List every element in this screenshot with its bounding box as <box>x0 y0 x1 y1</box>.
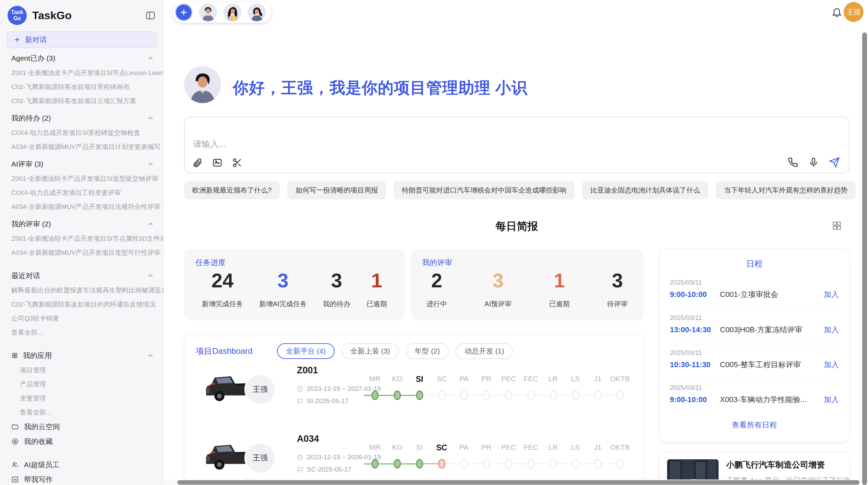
mic-icon[interactable] <box>808 157 819 167</box>
suggestion-chip[interactable]: 比亚迪全固态电池计划具体说了什么 <box>582 181 708 199</box>
milestone-node[interactable] <box>416 390 423 400</box>
milestone-node[interactable] <box>527 390 534 400</box>
milestone-node[interactable] <box>572 390 579 400</box>
view-all-schedule-link[interactable]: 查看所有日程 <box>660 420 849 430</box>
chevron-up-icon[interactable] <box>147 54 154 62</box>
milestone-node[interactable] <box>505 459 512 469</box>
join-link[interactable]: 加入 <box>824 325 839 335</box>
suggestion-chip[interactable]: 欧洲新规最近颁布了什么? <box>184 181 280 199</box>
group-title: 我的待办 (2) <box>11 113 51 123</box>
milestone-node[interactable] <box>616 390 624 400</box>
milestone-node[interactable] <box>394 459 401 469</box>
milestone-node[interactable] <box>527 459 534 469</box>
sidebar-group-ai-review[interactable]: AI评审 (3) <box>0 157 163 172</box>
milestone-node[interactable] <box>550 390 557 400</box>
sidebar-task-item[interactable]: C0X4-动力总成开发项目SI里程碑提交物检查 <box>0 126 163 140</box>
bell-icon[interactable] <box>831 7 842 18</box>
milestone-node[interactable] <box>394 390 401 400</box>
chevron-up-icon[interactable] <box>147 352 154 359</box>
avatar[interactable] <box>199 3 217 21</box>
users-icon <box>11 461 19 469</box>
horizontal-scrollbar-thumb[interactable] <box>177 480 859 485</box>
project-row-a034[interactable]: 王强 A034 2023-12-19 ~ 2026-01-19 SC-2025-… <box>184 423 643 485</box>
sidebar-task-item[interactable]: C0X4-动力总成开发项目工程变更评审 <box>0 186 163 200</box>
sidebar-task-item[interactable]: A034-全新新能源MUV产品开发项目造型可行性评审 <box>0 246 163 260</box>
phone-icon[interactable] <box>788 157 798 167</box>
join-link[interactable]: 加入 <box>824 360 839 370</box>
app-item-project-management[interactable]: 项目管理 <box>0 363 163 377</box>
scissors-icon[interactable] <box>232 158 242 168</box>
milestone-node[interactable] <box>572 459 579 469</box>
milestone-node[interactable] <box>483 390 490 400</box>
milestone-node[interactable] <box>505 390 512 400</box>
recent-chat-item[interactable]: 解释最新出台的欧盟报废车法规再生塑料比例被调至15%... <box>0 283 163 297</box>
user-avatar[interactable]: 王强 <box>844 2 864 22</box>
sidebar-task-item[interactable]: C02-飞腾新能源轻客改款项目里程碑画布 <box>0 80 163 94</box>
app-item-view-all[interactable]: 查看全部... <box>0 405 163 419</box>
schedule-item: 2025/03/11 9:00-10:00 C001-立项审批会 加入 <box>670 274 839 309</box>
sidebar-group-agent-done[interactable]: Agent已办 (3) <box>0 51 163 66</box>
sidebar-task-item[interactable]: A034-全新新能源MUV产品开发项目计划变更表编写 <box>0 140 163 154</box>
sidebar-task-item[interactable]: Z001-全新燃油皮卡产品开发项目SI节点Lesson Learn报告 <box>0 66 163 80</box>
milestone-node[interactable] <box>416 459 423 469</box>
suggestion-chip[interactable]: 特朗普可能对进口汽车增税会对中国车企造成哪些影响 <box>394 181 575 199</box>
milestone-node[interactable] <box>483 459 490 469</box>
schedule-date: 2025/03/11 <box>670 279 839 286</box>
join-link[interactable]: 加入 <box>824 289 839 300</box>
chevron-up-icon[interactable] <box>147 114 154 122</box>
vertical-scrollbar-thumb[interactable] <box>862 33 867 485</box>
flag-icon <box>297 398 303 405</box>
milestone-node[interactable] <box>460 390 468 400</box>
project-row-z001[interactable]: 王强 Z001 2023-12-19 ~ 2027-01-19 SI-2025-… <box>184 355 643 423</box>
milestone-node[interactable] <box>594 390 601 400</box>
sidebar-task-item[interactable]: C02-飞腾新能源轻客改款项目立项汇报方案 <box>0 94 163 108</box>
avatar[interactable] <box>224 3 241 21</box>
sidebar-task-item[interactable]: Z001-全新燃油轻卡产品开发项目SI造型提交物评审 <box>0 172 163 186</box>
group-title: 我的应用 <box>23 351 52 360</box>
send-icon[interactable] <box>829 157 840 168</box>
sidebar-item-label: 帮我写作 <box>24 475 53 484</box>
milestone-node[interactable] <box>616 459 624 469</box>
sidebar-task-item[interactable]: A034-全新新能源MUV产品开发项目法规符合性评审 <box>0 200 163 214</box>
sidebar-group-recent[interactable]: 最近对话 <box>0 268 163 283</box>
new-chat-label: 新对话 <box>25 35 47 45</box>
logo-text-top: Task <box>11 9 23 15</box>
milestone-node[interactable] <box>438 459 445 469</box>
sidebar-task-item[interactable]: Z001-全新燃油轻卡产品开发项目SI节点属性5D文件评审 <box>0 232 163 246</box>
avatar[interactable] <box>248 3 266 21</box>
chevron-up-icon[interactable] <box>147 272 154 279</box>
recent-chat-view-all[interactable]: 查看全部... <box>0 325 163 339</box>
sidebar-group-my-review[interactable]: 我的评审 (2) <box>0 216 163 232</box>
chat-composer[interactable]: 请输入... <box>184 116 849 173</box>
sidebar-group-my-todo[interactable]: 我的待办 (2) <box>0 111 163 126</box>
sidebar-item-favorites[interactable]: 我的收藏 <box>0 434 163 449</box>
suggestion-chip[interactable]: 如何写一份清晰的项目周报 <box>287 181 386 199</box>
schedule-time: 9:00-10:00 <box>670 290 714 299</box>
milestone-node[interactable] <box>371 459 378 469</box>
milestone-node[interactable] <box>460 459 468 469</box>
app-item-change-management[interactable]: 变更管理 <box>0 391 163 405</box>
add-agent-button[interactable] <box>175 3 193 21</box>
chevron-up-icon[interactable] <box>147 220 154 228</box>
chevron-up-icon[interactable] <box>147 160 154 168</box>
recent-chat-item[interactable]: C02-飞腾新能源轻客改款项目的闭环通告反馈情况 <box>0 297 163 311</box>
milestone-node[interactable] <box>438 390 445 400</box>
daily-briefing-title: 每日简报 <box>184 219 849 234</box>
milestone-node[interactable] <box>550 459 557 469</box>
paperclip-icon[interactable] <box>192 158 203 168</box>
join-link[interactable]: 加入 <box>824 395 839 405</box>
sidebar-item-cloud-space[interactable]: 我的云空间 <box>0 419 163 434</box>
image-icon[interactable] <box>212 158 222 168</box>
collapse-sidebar-icon[interactable] <box>145 10 156 21</box>
sidebar-group-my-apps[interactable]: 我的应用 <box>0 348 163 363</box>
recent-chat-item[interactable]: 公司Q3轻卡销量 <box>0 311 163 325</box>
app-logo: Task Go <box>8 6 27 25</box>
layout-grid-icon[interactable] <box>831 220 842 231</box>
suggestion-chip[interactable]: 当下年轻人对汽车外观有怎样的喜好趋势 <box>716 181 856 199</box>
new-chat-button[interactable]: 新对话 <box>7 32 156 48</box>
sidebar-item-ai-super-staff[interactable]: AI超级员工 <box>0 457 163 472</box>
app-item-product-management[interactable]: 产品管理 <box>0 377 163 391</box>
milestone-node[interactable] <box>594 459 601 469</box>
milestone-node[interactable] <box>371 390 378 400</box>
sidebar-item-help-me-write[interactable]: 帮我写作 <box>0 472 163 485</box>
